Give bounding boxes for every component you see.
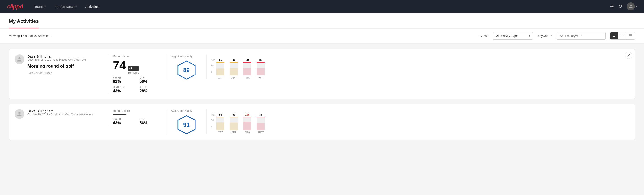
card-stats: Round Score FW Hit 43% GIR 56% [108,109,166,126]
user-menu[interactable]: ▾ [627,2,637,10]
chart-col-putt: 89 PUTT [256,58,265,79]
app-label: APP [232,76,236,79]
y-label-0: 0 [211,125,215,128]
search-input[interactable] [556,32,606,40]
nav-teams[interactable]: Teams ▾ [34,5,47,8]
viewing-count: Viewing 12 out of 29 Activities [9,34,50,38]
stat-grid: FW Hit 62% GIR 50% Up/Down 43% 1 Putt 28… [113,76,162,94]
fw-hit-label: FW Hit [113,76,135,79]
card-user-section: Dave Billingham December 05, 2021 - Gog … [14,54,108,74]
putt-bar-value: 89 [259,58,262,62]
putt-label: PUTT [258,76,264,79]
navbar: clippd Teams ▾ Performance ▾ Activities … [0,0,644,13]
filter-bar: Viewing 12 out of 29 Activities Show: Al… [0,28,644,44]
shot-quality-section: Avg Shot Quality 91 [166,109,206,135]
oneputt-stat: 1 Putt 28% [140,86,162,94]
score-placeholder [113,114,126,115]
activity-type-select-wrap[interactable]: All Activity Types [493,32,533,40]
user-info: Dave Billingham December 05, 2021 - Gog … [28,54,108,74]
fw-hit-stat: FW Hit 43% [113,118,135,126]
nav-performance[interactable]: Performance ▾ [54,5,78,8]
app-bar-value: 93 [232,113,236,116]
y-label-100: 100 [211,114,215,116]
user-name: Dave Billingham [28,54,108,58]
avatar [14,54,24,64]
fw-hit-label: FW Hit [113,118,135,121]
ott-bar-value: 94 [219,113,222,116]
round-score-row: 74 +4 18 Holes [113,60,162,74]
y-label-50: 50 [211,64,215,67]
y-label-100: 100 [211,59,215,62]
gir-stat: GIR 56% [140,118,162,126]
activities-list: Dave Billingham December 05, 2021 - Gog … [0,44,644,150]
user-chevron-icon: ▾ [636,5,637,8]
card-user-section: Dave Billingham October 16, 2021 - Gog M… [14,109,108,119]
chart-col-arg: 89 ARG [243,58,251,79]
activity-date: December 05, 2021 - Gog Magog Golf Club … [28,58,108,61]
gir-value: 56% [140,121,162,126]
gir-label: GIR [140,76,162,79]
shot-quality-chart: 100 50 0 94 OTT [206,109,630,134]
page-title: My Activities [9,13,39,28]
round-score-value: 74 [113,60,126,71]
view-toggles: ≡ ⊞ ☰ [610,32,635,40]
putt-bar-value: 87 [259,113,262,116]
hexagon-wrap: 89 [171,60,202,80]
navbar-right: ⊕ ↻ ▾ [610,2,637,10]
chart-col-arg: 106 ARG [243,113,251,134]
activity-date: October 16, 2021 - Gog Magog Golf Club -… [28,113,108,116]
activity-type-select[interactable]: All Activity Types [493,32,533,40]
updown-label: Up/Down [113,86,135,89]
gir-value: 50% [140,79,162,84]
y-label-0: 0 [211,70,215,73]
stat-grid: FW Hit 43% GIR 56% [113,118,162,126]
view-compact-button[interactable]: ☰ [626,32,635,40]
fw-hit-value: 62% [113,79,135,84]
view-list-button[interactable]: ≡ [610,32,618,40]
round-score-label: Round Score [113,109,162,112]
show-label: Show: [480,34,488,38]
data-source: Data Source: Arccos [28,72,108,74]
arg-bar-value: 106 [245,113,250,116]
updown-value: 43% [113,89,135,94]
app-label: APP [232,131,236,134]
gir-stat: GIR 50% [140,76,162,84]
shot-quality-value: 91 [183,121,190,128]
shot-quality-label: Avg Shot Quality [171,109,192,112]
nav-activities[interactable]: Activities [84,5,100,8]
round-score-label: Round Score [113,54,162,58]
keywords-label: Keywords: [537,34,552,38]
app-bar-value: 90 [232,58,236,62]
holes-label: 18 Holes [128,71,139,74]
hexagon: 91 [176,115,196,135]
fw-hit-value: 43% [113,121,135,126]
view-grid-button[interactable]: ⊞ [618,32,626,40]
oneputt-label: 1 Putt [140,86,162,89]
y-label-50: 50 [211,119,215,122]
logo[interactable]: clippd [7,3,23,10]
avatar [14,109,24,119]
chart-col-ott: 85 OTT [216,58,224,79]
ott-label: OTT [218,76,223,79]
page-header: My Activities [0,13,644,28]
refresh-button[interactable]: ↻ [618,4,622,9]
score-details: +4 18 Holes [128,66,139,74]
oneputt-value: 28% [140,89,162,94]
user-info: Dave Billingham October 16, 2021 - Gog M… [28,109,108,118]
fw-hit-stat: FW Hit 62% [113,76,135,84]
shot-quality-value: 89 [183,67,190,74]
arg-label: ARG [244,131,250,134]
avatar[interactable] [627,2,635,10]
add-button[interactable]: ⊕ [610,4,614,9]
edit-button[interactable] [625,52,632,59]
card-stats: Round Score 74 +4 18 Holes FW Hit 62% GI… [108,54,166,94]
putt-label: PUTT [258,131,264,134]
activity-card: Dave Billingham October 16, 2021 - Gog M… [9,104,635,140]
hexagon: 89 [176,60,196,80]
shot-quality-label: Avg Shot Quality [171,54,192,58]
shot-quality-section: Avg Shot Quality 89 [166,54,206,80]
score-diff-badge: +4 [128,66,139,70]
ott-label: OTT [218,131,223,134]
updown-stat: Up/Down 43% [113,86,135,94]
activity-card: Dave Billingham December 05, 2021 - Gog … [9,49,635,99]
